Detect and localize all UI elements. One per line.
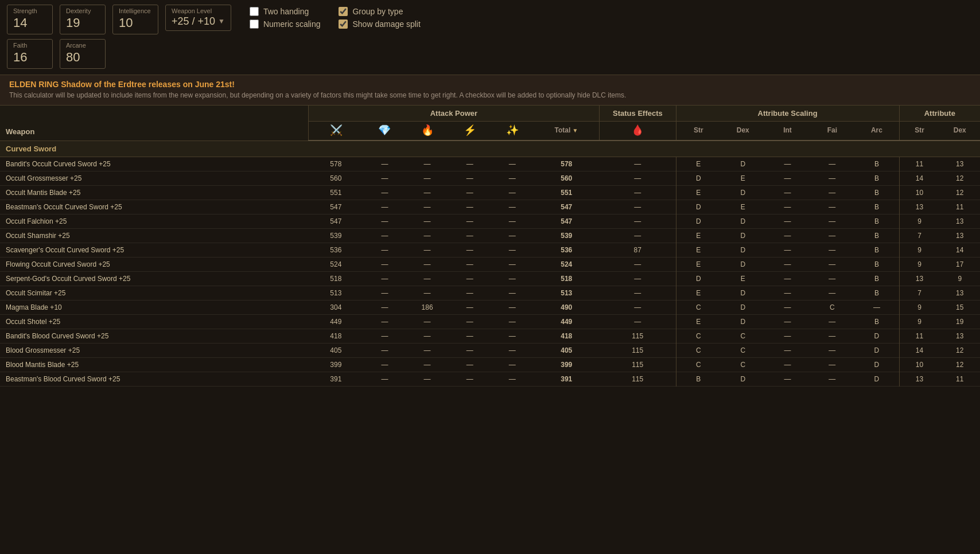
status-val: — [600,315,676,329]
weapon-name: Occult Shotel +25 [0,315,308,329]
total-dmg: 539 [534,229,600,243]
two-handing-option[interactable]: Two handing [250,7,321,16]
holy-dmg: — [491,301,534,315]
fire-dmg: — [406,329,449,344]
fire-dmg: — [406,214,449,229]
table-row[interactable]: Occult Shotel +25449————449—ED——B919 [0,315,980,329]
show-damage-split-option[interactable]: Show damage split [339,19,420,29]
table-row[interactable]: Beastman's Occult Curved Sword +25547———… [0,200,980,214]
faith-stat[interactable]: Faith 16 [7,39,53,69]
table-row[interactable]: Occult Mantis Blade +25551————551—ED——B1… [0,186,980,200]
light-dmg: — [449,358,491,372]
scale-int: — [765,286,810,301]
light-dmg: — [449,243,491,258]
scale-arc: B [854,315,899,329]
req-dex: 13 [939,229,980,243]
fire-dmg: — [406,229,449,243]
table-row[interactable]: Scavenger's Occult Curved Sword +25536——… [0,243,980,258]
table-row[interactable]: Occult Scimitar +25513————513—ED——B713 [0,286,980,301]
intelligence-label: Intelligence [119,7,152,14]
holy-dmg: — [491,344,534,358]
attribute-scaling-header: Attribute Scaling [758,109,818,118]
group-by-type-option[interactable]: Group by type [339,7,420,16]
req-str: 7 [899,229,939,243]
status-effects-header: Status Effects [613,109,663,118]
show-damage-split-checkbox[interactable] [339,19,348,29]
table-row[interactable]: Magma Blade +10304—186——490—CD—C—915 [0,301,980,315]
numeric-scaling-option[interactable]: Numeric scaling [250,19,321,29]
light-dmg: — [449,186,491,200]
status-val: — [600,214,676,229]
table-row[interactable]: Occult Grossmesser +25560————560—DE——B14… [0,171,980,186]
scale-dex: D [721,258,765,272]
numeric-scaling-checkbox[interactable] [250,19,259,29]
scale-str-header: Str [676,122,721,141]
attribute-header: Attribute [924,109,955,118]
weapon-name: Beastman's Blood Curved Sword +25 [0,372,308,387]
light-dmg: — [449,214,491,229]
mag-dmg: — [363,301,406,315]
scale-arc: B [854,243,899,258]
table-row[interactable]: Occult Falchion +25547————547—DD——B913 [0,214,980,229]
scale-dex: E [721,171,765,186]
table-row[interactable]: Occult Shamshir +25539————539—ED——B713 [0,229,980,243]
phys-dmg: 551 [308,186,363,200]
total-dmg: 536 [534,243,600,258]
weapon-level-select[interactable]: +25 / +10 +24 / +9 +20 / +8 +15 / +6 +10… [172,15,216,27]
table-row[interactable]: Bandit's Blood Curved Sword +25418————41… [0,329,980,344]
scale-dex: E [721,200,765,214]
mag-dmg: — [363,200,406,214]
mag-dmg: — [363,214,406,229]
total-dmg: 547 [534,214,600,229]
scale-int: — [765,358,810,372]
weapon-level-box[interactable]: Weapon Level +25 / +10 +24 / +9 +20 / +8… [165,5,231,31]
scale-arc: D [854,329,899,344]
table-row[interactable]: Flowing Occult Curved Sword +25524————52… [0,258,980,272]
announcement-title-plain: ELDEN RING Shadow of the Erdtree [9,80,149,89]
scale-arc: D [854,344,899,358]
scale-str: E [676,258,721,272]
fire-dmg: — [406,286,449,301]
attack-power-header: Attack Power [430,109,477,118]
table-row[interactable]: Blood Mantis Blade +25399————399115CC——D… [0,358,980,372]
scale-arc: D [854,372,899,387]
strength-stat[interactable]: Strength 14 [7,5,53,34]
table-row[interactable]: Beastman's Blood Curved Sword +25391————… [0,372,980,387]
light-dmg: — [449,229,491,243]
weapon-table-body: Curved SwordBandit's Occult Curved Sword… [0,141,980,387]
weapon-name: Occult Scimitar +25 [0,286,308,301]
req-str: 9 [899,301,939,315]
scale-str: E [676,186,721,200]
req-dex: 13 [939,214,980,229]
req-str: 13 [899,200,939,214]
scale-dex: D [721,286,765,301]
status-val: 115 [600,344,676,358]
req-str: 10 [899,186,939,200]
intelligence-value: 10 [119,15,152,30]
scale-str: D [676,171,721,186]
mag-dmg: — [363,372,406,387]
arcane-value: 80 [66,50,99,65]
weapon-name: Bandit's Occult Curved Sword +25 [0,157,308,171]
status-val: 115 [600,329,676,344]
two-handing-label: Two handing [263,7,309,16]
table-row[interactable]: Blood Grossmesser +25405————405115CC——D1… [0,344,980,358]
table-row[interactable]: Serpent-God's Occult Curved Sword +25518… [0,272,980,286]
total-sub-header[interactable]: Total ▼ [534,122,600,141]
faith-value: 16 [13,50,46,65]
fire-dmg: — [406,372,449,387]
group-by-type-checkbox[interactable] [339,7,348,16]
total-dmg: 578 [534,157,600,171]
intelligence-stat[interactable]: Intelligence 10 [112,5,158,34]
scale-int-header: Int [765,122,810,141]
dexterity-stat[interactable]: Dexterity 19 [60,5,106,34]
scale-int: — [765,301,810,315]
holy-dmg: — [491,372,534,387]
scale-str: D [676,272,721,286]
status-val: 115 [600,372,676,387]
light-dmg: — [449,200,491,214]
table-row[interactable]: Bandit's Occult Curved Sword +25578————5… [0,157,980,171]
weapon-column-header: Weapon [6,127,34,136]
two-handing-checkbox[interactable] [250,7,259,16]
arcane-stat[interactable]: Arcane 80 [60,39,106,69]
